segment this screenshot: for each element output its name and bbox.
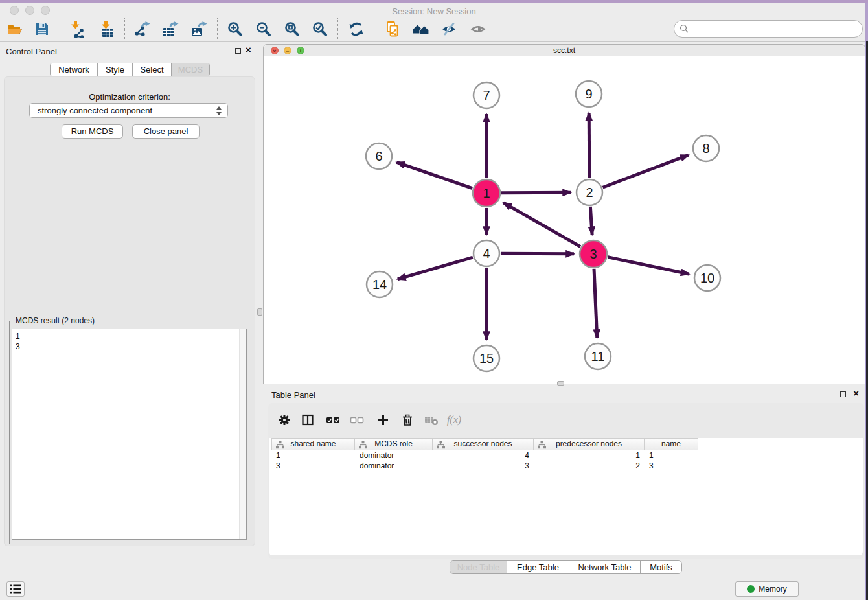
column-header-predecessor-nodes[interactable]: predecessor nodes bbox=[534, 438, 645, 450]
graph-edge-3-10[interactable] bbox=[608, 257, 689, 274]
graph-node-label: 7 bbox=[483, 88, 490, 102]
graph-node-10[interactable]: 10 bbox=[694, 265, 720, 291]
graph-node-3[interactable]: 3 bbox=[580, 240, 607, 268]
close-panel-icon[interactable]: × bbox=[246, 44, 251, 56]
select-all-columns-icon[interactable] bbox=[325, 412, 341, 428]
table-cell[interactable]: 4 bbox=[433, 450, 534, 461]
export-table-icon[interactable] bbox=[161, 20, 179, 38]
graph-edge-1-2[interactable] bbox=[501, 192, 571, 193]
graph-node-label: 4 bbox=[483, 246, 490, 260]
add-column-icon[interactable] bbox=[375, 412, 391, 428]
column-header-MCDS-role[interactable]: MCDS role bbox=[355, 438, 433, 450]
tab-edge-table[interactable]: Edge Table bbox=[507, 561, 569, 573]
graph-node-11[interactable]: 11 bbox=[585, 343, 611, 369]
graph-edge-2-8[interactable] bbox=[603, 155, 689, 187]
hide-panel-icon[interactable] bbox=[440, 20, 458, 38]
graph-edge-4-14[interactable] bbox=[398, 257, 473, 279]
graph-edge-4-3[interactable] bbox=[501, 253, 574, 254]
tab-network[interactable]: Network bbox=[51, 63, 98, 76]
unselect-all-columns-icon[interactable] bbox=[349, 412, 365, 428]
horizontal-splitter-handle[interactable] bbox=[557, 381, 564, 386]
memory-button[interactable]: Memory bbox=[735, 581, 799, 597]
control-panel-title: Control Panel bbox=[6, 47, 57, 56]
table-cell[interactable]: dominator bbox=[355, 461, 433, 471]
open-session-icon[interactable] bbox=[6, 20, 24, 38]
table-cell[interactable]: 1 bbox=[271, 450, 355, 461]
zoom-in-icon[interactable] bbox=[226, 20, 244, 38]
table-cell[interactable]: 3 bbox=[433, 461, 534, 471]
import-table-icon[interactable] bbox=[98, 20, 117, 38]
tab-select[interactable]: Select bbox=[133, 63, 172, 76]
save-session-icon[interactable] bbox=[33, 20, 51, 38]
table-cell[interactable]: 3 bbox=[271, 461, 355, 471]
window-title: Session: New Session bbox=[0, 6, 868, 16]
graph-node-6[interactable]: 6 bbox=[366, 143, 392, 169]
optimization-criterion-select[interactable]: strongly connected component bbox=[29, 103, 228, 118]
import-network-icon[interactable] bbox=[68, 20, 86, 38]
tab-mcds[interactable]: MCDS bbox=[172, 63, 209, 76]
refresh-icon[interactable] bbox=[347, 20, 365, 38]
mcds-result-textarea[interactable]: 13 bbox=[12, 329, 247, 540]
graph-node-8[interactable]: 8 bbox=[693, 135, 719, 161]
graph-edge-2-3[interactable] bbox=[590, 207, 592, 235]
zoom-fit-icon[interactable] bbox=[283, 20, 301, 38]
zoom-selected-icon[interactable] bbox=[311, 20, 329, 38]
clone-network-icon[interactable] bbox=[383, 20, 402, 38]
tab-network-table[interactable]: Network Table bbox=[569, 561, 641, 573]
table-cell[interactable]: dominator bbox=[355, 450, 433, 461]
table-cell[interactable]: 3 bbox=[645, 461, 698, 471]
graph-node-label: 6 bbox=[375, 149, 382, 163]
tab-motifs[interactable]: Motifs bbox=[641, 561, 681, 573]
vertical-splitter-handle[interactable] bbox=[257, 308, 262, 316]
close-panel-button[interactable]: Close panel bbox=[132, 124, 200, 139]
delete-table-icon[interactable] bbox=[424, 412, 439, 428]
graph-edge-2-9[interactable] bbox=[589, 113, 589, 178]
close-panel-icon[interactable]: × bbox=[853, 387, 859, 399]
column-header-name[interactable]: name bbox=[645, 438, 698, 450]
show-panel-icon[interactable] bbox=[469, 20, 487, 38]
column-header-successor-nodes[interactable]: successor nodes bbox=[433, 438, 534, 450]
graph-node-15[interactable]: 15 bbox=[474, 345, 499, 371]
graph-node-7[interactable]: 7 bbox=[474, 82, 499, 108]
gear-icon[interactable] bbox=[277, 412, 292, 428]
run-mcds-button[interactable]: Run MCDS bbox=[62, 124, 123, 139]
graph-node-label: 10 bbox=[700, 271, 714, 285]
tab-node-table[interactable]: Node Table bbox=[450, 561, 507, 573]
network-canvas[interactable]: 1234678910111415 bbox=[264, 56, 865, 384]
graph-edge-3-1[interactable] bbox=[503, 203, 580, 247]
table-cell[interactable]: 1 bbox=[534, 450, 645, 461]
table-panel-tabs: Node Table Edge Table Network Table Moti… bbox=[450, 560, 682, 574]
float-panel-icon[interactable] bbox=[840, 391, 846, 397]
export-image-icon[interactable] bbox=[190, 20, 208, 38]
split-columns-icon[interactable] bbox=[300, 412, 315, 428]
search-box[interactable] bbox=[674, 20, 863, 38]
graph-node-1[interactable]: 1 bbox=[473, 179, 500, 207]
network-window-titlebar: × − + scc.txt bbox=[264, 45, 865, 56]
background-window-strip bbox=[865, 41, 868, 600]
graph-node-9[interactable]: 9 bbox=[576, 81, 602, 107]
column-header-shared-name[interactable]: shared name bbox=[271, 438, 355, 450]
graph-node-label: 2 bbox=[586, 185, 593, 200]
graph-node-4[interactable]: 4 bbox=[474, 240, 499, 266]
function-builder-icon[interactable]: f(x) bbox=[446, 412, 462, 428]
graph-edge-1-6[interactable] bbox=[396, 162, 472, 188]
delete-column-icon[interactable] bbox=[400, 412, 415, 428]
graph-node-2[interactable]: 2 bbox=[577, 179, 602, 205]
export-network-icon[interactable] bbox=[133, 20, 151, 38]
table-header-row: shared nameMCDS rolesuccessor nodesprede… bbox=[271, 438, 698, 450]
task-history-button[interactable] bbox=[6, 581, 25, 597]
home-layout-icon[interactable] bbox=[412, 20, 430, 38]
column-header-label: MCDS role bbox=[374, 439, 413, 448]
search-input[interactable] bbox=[692, 23, 862, 36]
graph-node-label: 9 bbox=[585, 87, 592, 101]
result-scrollbar[interactable] bbox=[239, 329, 246, 539]
mcds-result-title: MCDS result (2 nodes) bbox=[14, 316, 97, 325]
column-tree-icon bbox=[538, 441, 546, 449]
float-panel-icon[interactable] bbox=[235, 48, 241, 54]
tab-style[interactable]: Style bbox=[98, 63, 133, 76]
graph-node-14[interactable]: 14 bbox=[367, 271, 393, 297]
table-cell[interactable]: 2 bbox=[534, 461, 645, 471]
zoom-out-icon[interactable] bbox=[255, 20, 273, 38]
graph-edge-3-11[interactable] bbox=[594, 269, 597, 338]
table-cell[interactable]: 1 bbox=[645, 450, 698, 461]
